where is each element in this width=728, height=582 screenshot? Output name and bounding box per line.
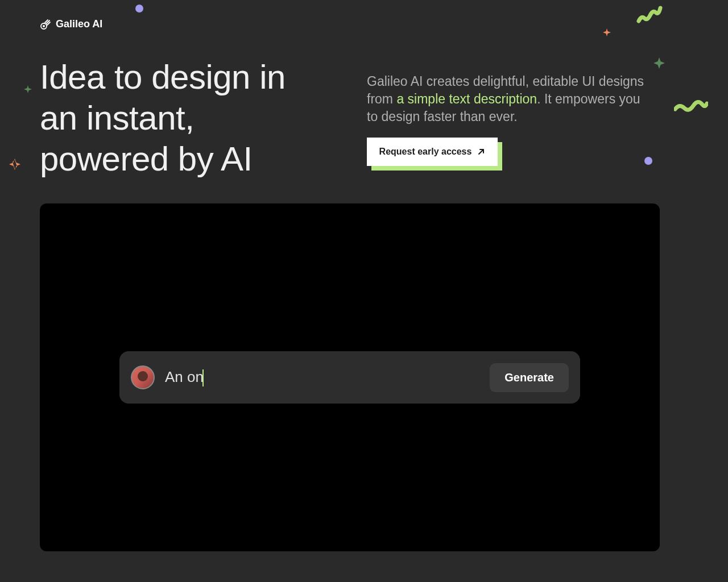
decoration-star-green	[653, 57, 665, 72]
decoration-star-orange	[603, 28, 611, 39]
text-cursor	[202, 369, 204, 386]
cta-wrapper: Request early access	[367, 138, 498, 166]
decoration-dot-purple	[135, 5, 143, 13]
logo-text: Galileo AI	[56, 18, 102, 30]
prompt-text-value: An on	[165, 368, 204, 385]
request-early-access-button[interactable]: Request early access	[367, 138, 498, 166]
arrow-up-right-icon	[477, 148, 485, 156]
generate-button[interactable]: Generate	[490, 363, 569, 392]
hero-description: Galileo AI creates delightful, editable …	[367, 73, 646, 126]
decoration-dot-purple	[644, 157, 652, 165]
prompt-bar: An on Generate	[119, 351, 580, 404]
cta-label: Request early access	[379, 147, 472, 157]
decoration-squiggle-green	[674, 98, 708, 117]
decoration-star-orange	[9, 158, 21, 173]
logo[interactable]: Galileo AI	[40, 18, 102, 30]
decoration-star-green	[24, 85, 32, 95]
svg-point-1	[43, 25, 45, 27]
hero-description-highlight: a simple text description	[396, 92, 537, 106]
prompt-input[interactable]: An on	[165, 368, 479, 386]
meteor-icon	[40, 19, 51, 30]
hero-title: Idea to design in an instant, powered by…	[40, 57, 324, 180]
avatar	[131, 365, 155, 389]
decoration-squiggle-green	[636, 1, 663, 27]
demo-area: An on Generate	[40, 203, 660, 551]
